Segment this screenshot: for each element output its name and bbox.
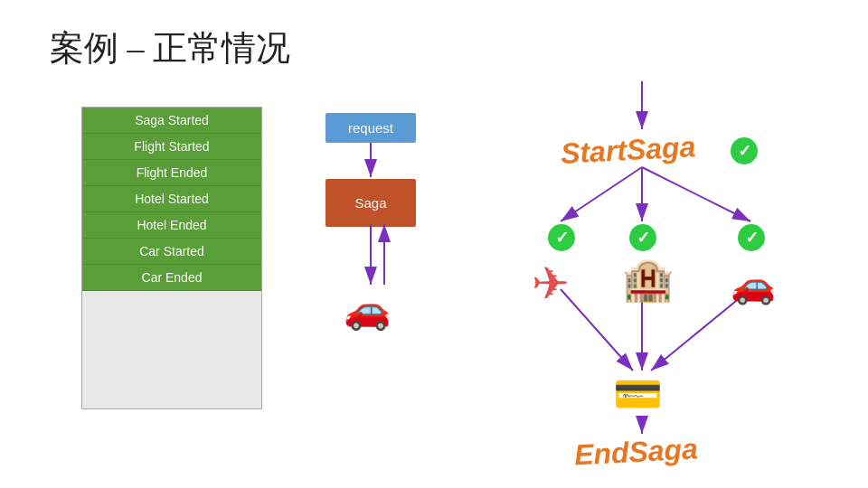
event-item-flight-started: Flight Started — [82, 134, 261, 160]
event-item-car-started: Car Started — [82, 239, 261, 265]
car-icon-left: 🚗 — [344, 287, 391, 332]
check-circle-flight: ✓ — [548, 224, 575, 251]
event-list: Saga Started Flight Started Flight Ended… — [81, 107, 262, 409]
check-car: ✓ — [738, 224, 765, 251]
event-item-hotel-ended: Hotel Ended — [82, 212, 261, 239]
check-hotel: ✓ — [629, 224, 656, 251]
request-box: request — [326, 113, 416, 143]
end-saga-label: EndSaga — [573, 432, 699, 472]
event-item-flight-ended: Flight Ended — [82, 160, 261, 186]
svg-line-8 — [642, 167, 750, 221]
check-flight: ✓ — [548, 224, 575, 251]
page-title: 案例 – 正常情况 — [50, 25, 290, 71]
svg-line-7 — [561, 167, 642, 221]
saga-box: Saga — [326, 179, 416, 227]
event-item-car-ended: Car Ended — [82, 265, 261, 291]
event-list-empty — [82, 291, 261, 408]
plane-icon: ✈ — [532, 258, 570, 310]
event-item-saga-started: Saga Started — [82, 108, 261, 134]
car-icon-right: 🚗 — [731, 264, 776, 306]
event-item-hotel-started: Hotel Started — [82, 186, 261, 212]
check-circle-startsaga: ✓ — [731, 137, 758, 164]
check-circle-hotel: ✓ — [629, 224, 656, 251]
check-start-saga: ✓ — [731, 137, 758, 164]
hotel-icon: 🏨 — [622, 255, 674, 304]
start-saga-label: StartSaga — [560, 130, 696, 171]
check-circle-car: ✓ — [738, 224, 765, 251]
payment-icon: 💳 — [613, 371, 663, 418]
